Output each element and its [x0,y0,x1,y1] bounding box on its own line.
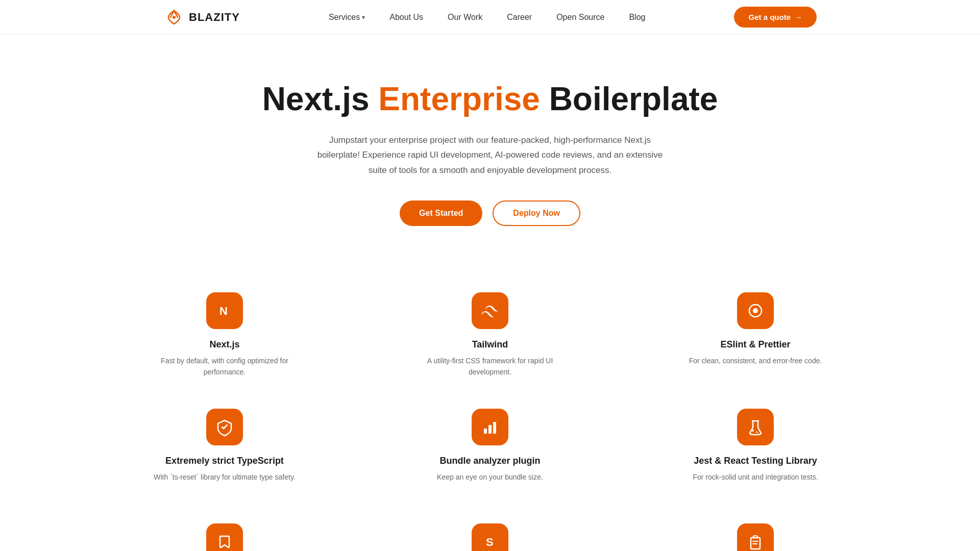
svg-point-4 [753,308,758,313]
logo-icon [163,7,185,28]
feature-title-tailwind: Tailwind [472,339,508,350]
nav-item-blog[interactable]: Blog [629,13,645,22]
svg-point-10 [756,431,758,433]
feature-title-jest: Jest & React Testing Library [694,456,817,466]
nav-item-services[interactable]: Services ▾ [329,13,365,22]
nav-link-services[interactable]: Services ▾ [329,13,365,22]
feature-desc-jest: For rock-solid unit and integration test… [693,471,818,483]
nextjs-icon-box: N [206,292,243,329]
shadcn-icon: S [480,532,500,551]
feature-card-nextjs: N Next.js Fast by default, with config o… [112,292,337,378]
flask-icon [746,417,765,437]
jest-icon-box [737,409,774,445]
feature-title-bundle: Bundle analyzer plugin [439,456,540,466]
nav-link-work[interactable]: Our Work [448,13,482,21]
clipboard-icon [746,532,765,551]
svg-rect-7 [493,422,496,434]
storybook-icon-box [206,523,243,551]
get-started-button[interactable]: Get Started [400,201,482,226]
clipboard-icon-box [737,523,774,551]
get-quote-button[interactable]: Get a quote → [734,7,817,28]
svg-text:S: S [486,536,494,548]
tailwind-icon-box [472,292,508,329]
deploy-now-button[interactable]: Deploy Now [493,201,580,226]
feature-card-typescript: Extremely strict TypeScript With `ts-res… [112,409,337,483]
hero-subtitle: Jumpstart your enterprise project with o… [316,133,664,178]
nav-link-career[interactable]: Career [507,13,532,21]
hero-buttons: Get Started Deploy Now [102,201,878,226]
mask-icon [215,532,234,551]
hero-title: Next.js Enterprise Boilerplate [102,81,878,118]
navbar: BLAZITY Services ▾ About Us Our Work Car… [0,0,980,35]
logo-text: BLAZITY [189,11,240,24]
nav-item-about[interactable]: About Us [389,13,423,22]
nav-item-career[interactable]: Career [507,13,532,22]
feature-desc-eslint: For clean, consistent, and error-free co… [689,355,822,366]
hero-section: Next.js Enterprise Boilerplate Jumpstart… [0,35,980,262]
nav-item-work[interactable]: Our Work [448,13,482,22]
features-section: N Next.js Fast by default, with config o… [0,262,980,503]
nav-links: Services ▾ About Us Our Work Career Open… [329,13,646,22]
feature-title-nextjs: Next.js [209,339,239,350]
svg-rect-6 [488,425,492,434]
tailwind-icon [480,301,500,320]
chevron-down-icon: ▾ [362,14,365,21]
typescript-icon-box [206,409,243,445]
svg-point-9 [752,430,754,432]
feature-card-jest: Jest & React Testing Library For rock-so… [643,409,868,483]
logo[interactable]: BLAZITY [163,7,240,28]
svg-text:N: N [219,305,228,317]
nav-item-opensource[interactable]: Open Source [556,13,604,22]
features-grid: N Next.js Fast by default, with config o… [112,292,868,483]
feature-title-typescript: Extremely strict TypeScript [165,456,284,466]
chart-icon [480,417,500,437]
eslint-icon-box [737,292,774,329]
feature-card-shadcn: S [378,523,602,551]
arrow-right-icon: → [795,13,802,21]
features-bottom-row: S [0,503,980,551]
feature-title-eslint: ESlint & Prettier [720,339,790,350]
nextjs-icon: N [215,302,234,320]
bundle-icon-box [472,409,508,445]
feature-card-clipboard [643,523,868,551]
nav-link-about[interactable]: About Us [389,13,423,21]
feature-desc-tailwind: A utility-first CSS framework for rapid … [419,355,561,378]
feature-card-tailwind: Tailwind A utility-first CSS framework f… [378,292,602,378]
shadcn-icon-box: S [472,523,508,551]
svg-point-1 [173,16,176,19]
nav-link-blog[interactable]: Blog [629,13,645,21]
shield-icon [215,417,234,437]
feature-card-eslint: ESlint & Prettier For clean, consistent,… [643,292,868,378]
feature-desc-nextjs: Fast by default, with config optimized f… [153,355,296,378]
svg-rect-5 [484,429,487,434]
eslint-icon [746,301,765,320]
feature-card-bundle: Bundle analyzer plugin Keep an eye on yo… [378,409,602,483]
feature-desc-typescript: With `ts-reset` library for ultimate typ… [154,471,295,483]
feature-card-storybook [112,523,337,551]
nav-link-opensource[interactable]: Open Source [556,13,604,21]
feature-desc-bundle: Keep an eye on your bundle size. [437,471,543,483]
